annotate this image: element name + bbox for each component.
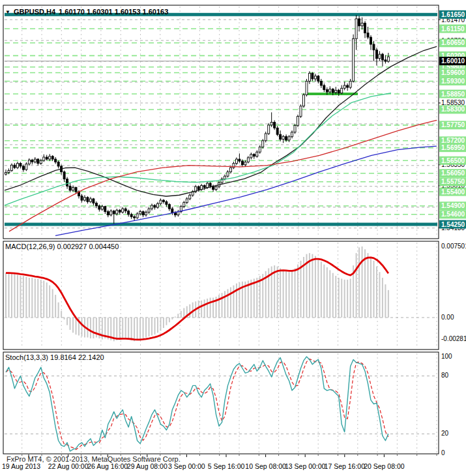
price-scale-box-label: 1.54250 bbox=[441, 221, 465, 228]
price-scale-box-label: 1.59300 bbox=[441, 78, 465, 85]
candle-body bbox=[116, 210, 118, 214]
candle-body bbox=[154, 205, 156, 207]
candle-body bbox=[203, 185, 205, 187]
price-scale-box-label: 1.54600 bbox=[441, 211, 465, 218]
candle-body bbox=[285, 136, 287, 140]
candle-body bbox=[332, 89, 334, 93]
candle-body bbox=[288, 137, 290, 140]
candle-body bbox=[358, 19, 360, 26]
price-scale[interactable]: 1.614701.607301.585301.563501.556101.541… bbox=[439, 10, 466, 231]
candle-body bbox=[209, 183, 211, 186]
candle-body bbox=[241, 161, 243, 165]
candle-body bbox=[265, 134, 267, 141]
macd-indicator-label: MACD(12,26,9) 0.002927 0.004450 bbox=[5, 243, 119, 250]
candle-body bbox=[270, 123, 272, 125]
candle-body bbox=[43, 157, 45, 160]
price-scale-box-label: 1.55750 bbox=[441, 178, 465, 185]
candle-body bbox=[306, 81, 308, 95]
candle-body bbox=[136, 214, 138, 218]
candle-body bbox=[81, 196, 83, 201]
stoch-scale-label: 80 bbox=[441, 372, 449, 379]
candle-body bbox=[14, 165, 16, 168]
candle-body bbox=[186, 199, 188, 203]
candle-body bbox=[22, 166, 24, 170]
candle-body bbox=[75, 188, 77, 192]
candle-body bbox=[370, 37, 372, 44]
candle-body bbox=[349, 81, 351, 87]
candle-body bbox=[171, 209, 173, 213]
candle-body bbox=[326, 90, 328, 92]
price-scale-box-label: 1.56950 bbox=[441, 144, 465, 151]
candle-body bbox=[51, 156, 53, 159]
candle-body bbox=[302, 95, 304, 106]
candle-body bbox=[174, 213, 176, 215]
candle-body bbox=[162, 200, 164, 201]
candle-body bbox=[189, 195, 191, 199]
stoch-scale-label: 20 bbox=[441, 430, 449, 437]
candle-body bbox=[314, 76, 316, 79]
candle-body bbox=[375, 50, 377, 59]
price-scale-box-label: 1.57750 bbox=[441, 121, 465, 128]
candle-body bbox=[373, 44, 375, 50]
date-label: 17 Sep 16:00 bbox=[325, 462, 366, 470]
price-scale-box-label: 1.56500 bbox=[441, 157, 465, 164]
candle-body bbox=[335, 90, 337, 92]
candle-body bbox=[308, 73, 310, 81]
stoch-scale-label: 100 bbox=[441, 353, 452, 360]
candle-body bbox=[280, 134, 282, 139]
candle-body bbox=[57, 162, 59, 166]
candle-body bbox=[329, 89, 331, 92]
price-scale-box-label: 1.56050 bbox=[441, 170, 465, 177]
date-label: 5 Sep 16:00 bbox=[208, 462, 245, 470]
chart-canvas[interactable]: 1.614701.607301.585301.563501.556101.541… bbox=[0, 0, 466, 476]
stoch-scale-label: 0 bbox=[441, 449, 445, 456]
candle-body bbox=[247, 158, 249, 162]
candle-body bbox=[224, 176, 226, 179]
candle-body bbox=[341, 88, 343, 93]
candle-body bbox=[166, 201, 167, 204]
candle-body bbox=[215, 186, 217, 189]
candle-body bbox=[139, 211, 141, 213]
candle-body bbox=[156, 203, 158, 207]
candle-body bbox=[183, 203, 185, 207]
candle-body bbox=[250, 155, 252, 158]
candle-body bbox=[28, 160, 30, 164]
candle-body bbox=[197, 186, 199, 189]
date-label: 10 Sep 08:00 bbox=[245, 462, 286, 470]
candle-body bbox=[5, 172, 7, 174]
candle-body bbox=[98, 206, 100, 209]
candle-body bbox=[291, 132, 293, 137]
symbol-period-label: GBPUSD,H4 bbox=[14, 8, 55, 16]
candle-body bbox=[49, 156, 51, 159]
candle-body bbox=[16, 164, 18, 168]
candle-body bbox=[40, 160, 42, 163]
candle-body bbox=[297, 116, 299, 125]
candle-body bbox=[160, 200, 162, 203]
candle-body bbox=[364, 23, 366, 33]
candle-body bbox=[323, 85, 325, 90]
price-scale-box-label: 1.60010 bbox=[441, 57, 465, 65]
candle-body bbox=[235, 159, 237, 164]
stoch-indicator-label: Stoch(13,3,3) 19.8164 22.1420 bbox=[5, 353, 104, 361]
candle-body bbox=[101, 207, 103, 209]
price-scale-box-label: 1.61650 bbox=[441, 11, 465, 18]
candle-body bbox=[37, 159, 39, 164]
price-scale-box-label: 1.57200 bbox=[441, 137, 465, 144]
candle-body bbox=[142, 211, 144, 215]
ohlc-values: 1.60170 1.60301 1.60153 1.60163 bbox=[59, 8, 168, 16]
candle-body bbox=[46, 157, 48, 159]
candle-body bbox=[276, 128, 278, 134]
candle-body bbox=[379, 54, 381, 59]
candle-body bbox=[256, 152, 258, 156]
macd-scale-zero: 0.00 bbox=[441, 314, 454, 321]
candle-body bbox=[259, 147, 261, 152]
candle-body bbox=[168, 205, 170, 209]
candle-body bbox=[104, 207, 106, 212]
price-scale-box-label: 1.61150 bbox=[441, 25, 465, 33]
candle-body bbox=[119, 210, 121, 212]
candle-body bbox=[87, 198, 89, 202]
price-scale-box-label: 1.54900 bbox=[441, 202, 465, 209]
date-label: 29 Aug 08:00 bbox=[127, 462, 167, 470]
candle-body bbox=[113, 211, 115, 214]
candle-body bbox=[107, 211, 109, 215]
